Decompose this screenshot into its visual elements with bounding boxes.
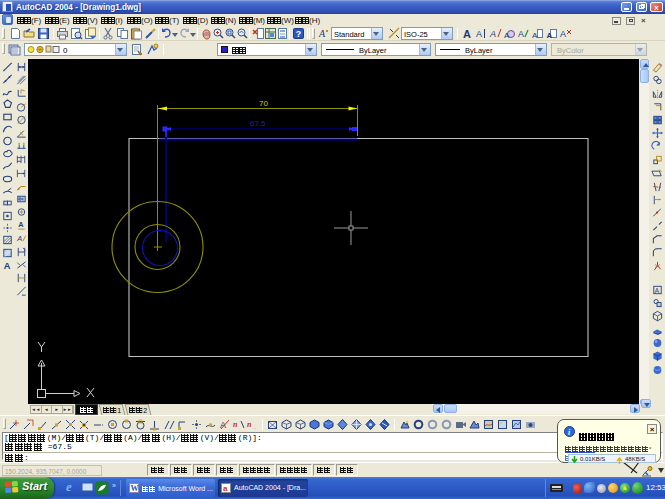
svg-text:A: A xyxy=(18,221,24,230)
svg-text:A: A xyxy=(560,29,566,39)
svg-text:a: a xyxy=(223,484,228,493)
svg-text:70: 70 xyxy=(259,99,268,108)
svg-text:.: . xyxy=(254,424,256,430)
svg-text:W: W xyxy=(131,484,139,493)
svg-text:A: A xyxy=(16,235,22,244)
svg-text:A: A xyxy=(463,28,471,40)
svg-text:0: 0 xyxy=(63,46,68,55)
svg-text:A: A xyxy=(547,31,553,40)
svg-text:67.5: 67.5 xyxy=(250,119,266,128)
svg-text:A: A xyxy=(318,28,326,39)
svg-text:A: A xyxy=(532,31,538,40)
svg-text:A: A xyxy=(504,31,510,40)
svg-text:?: ? xyxy=(296,29,302,39)
svg-text:n: n xyxy=(233,420,238,429)
svg-text:A: A xyxy=(476,29,482,39)
svg-text:A: A xyxy=(655,287,660,294)
svg-text:A: A xyxy=(518,29,524,39)
svg-text:A: A xyxy=(489,29,496,39)
svg-text:A: A xyxy=(4,261,11,271)
svg-text:n: n xyxy=(247,420,252,429)
